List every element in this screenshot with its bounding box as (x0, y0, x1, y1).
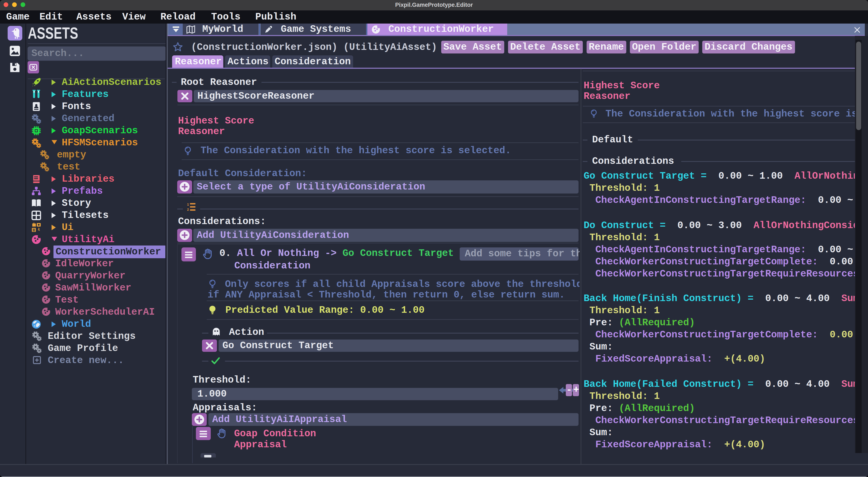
svg-text:1: 1 (187, 203, 189, 207)
svg-text:2: 2 (187, 208, 189, 212)
